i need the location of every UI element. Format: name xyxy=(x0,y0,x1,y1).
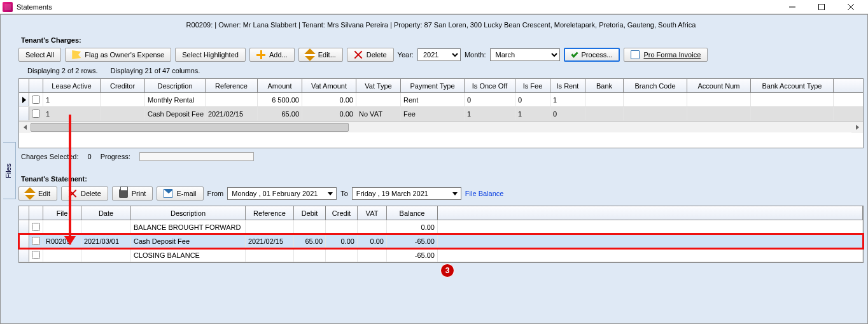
process-label: Process... xyxy=(582,51,613,59)
col-bank-account-type[interactable]: Bank Account Type xyxy=(751,79,834,92)
col-creditor[interactable]: Creditor xyxy=(101,79,145,92)
scroll-left-icon[interactable] xyxy=(19,122,31,133)
pencil-icon xyxy=(304,48,316,61)
statement-print-button[interactable]: Print xyxy=(112,187,153,201)
from-date-value: Monday , 01 February 2021 xyxy=(232,190,318,197)
delete-charge-label: Delete xyxy=(367,51,387,59)
col-lease-active[interactable]: Lease Active xyxy=(43,79,101,92)
col-amount[interactable]: Amount xyxy=(258,79,302,92)
scol-balance[interactable]: Balance xyxy=(387,206,438,220)
plus-icon xyxy=(256,50,265,59)
col-reference[interactable]: Reference xyxy=(206,79,258,92)
scol-debit[interactable]: Debit xyxy=(294,206,326,220)
progress-label: Progress: xyxy=(101,153,130,160)
select-highlighted-button[interactable]: Select Highlighted xyxy=(175,48,246,62)
col-row-select[interactable] xyxy=(29,79,43,92)
to-date-picker[interactable]: Friday , 19 March 2021 xyxy=(352,187,461,200)
pencil-icon xyxy=(24,187,36,200)
progress-bar xyxy=(139,152,254,161)
table-row[interactable]: BALANCE BROUGHT FORWARD0.00 xyxy=(19,220,863,234)
row-checkbox[interactable] xyxy=(32,237,40,245)
main-frame: Files R00209: | Owner: Mr Lana Slabbert … xyxy=(0,14,868,324)
delete-charge-button[interactable]: Delete xyxy=(347,48,394,62)
col-payment-type[interactable]: Payment Type xyxy=(401,79,465,92)
month-select[interactable]: March xyxy=(490,48,560,61)
statement-email-button[interactable]: E-mail xyxy=(157,187,203,201)
scol-file[interactable]: File xyxy=(43,206,81,220)
window-title: Statements xyxy=(17,3,52,11)
charges-status-row: Charges Selected: 0 Progress: xyxy=(18,148,864,165)
to-label: To xyxy=(340,190,348,197)
table-row[interactable]: 1Cash Deposit Fee2021/02/1565.000.00No V… xyxy=(19,107,863,121)
month-label: Month: xyxy=(465,51,486,59)
from-label: From xyxy=(207,190,224,197)
col-branch-code[interactable]: Branch Code xyxy=(624,79,687,92)
row-checkbox[interactable] xyxy=(32,223,40,231)
statement-email-label: E-mail xyxy=(176,190,196,197)
statement-grid-header: File Date Description Reference Debit Cr… xyxy=(19,206,863,220)
maximize-button[interactable] xyxy=(807,0,836,14)
scroll-thumb[interactable] xyxy=(31,123,349,132)
select-all-button[interactable]: Select All xyxy=(18,48,61,62)
table-row[interactable]: R002092021/03/01Cash Deposit Fee2021/02/… xyxy=(19,234,863,248)
proforma-label: Pro Forma Invoice xyxy=(643,51,701,59)
scroll-right-icon[interactable] xyxy=(851,122,863,133)
col-vat-type[interactable]: Vat Type xyxy=(356,79,401,92)
svg-rect-1 xyxy=(819,4,825,10)
table-row[interactable]: CLOSING BALANCE-65.00 xyxy=(19,248,863,262)
col-is-once-off[interactable]: Is Once Off xyxy=(465,79,515,92)
row-checkbox[interactable] xyxy=(32,95,40,104)
col-vat-amount[interactable]: Vat Amount xyxy=(302,79,356,92)
add-button[interactable]: Add... xyxy=(249,48,295,62)
close-button[interactable] xyxy=(836,0,865,14)
charges-scrollbar[interactable] xyxy=(19,121,863,132)
add-label: Add... xyxy=(269,51,288,59)
scol-description[interactable]: Description xyxy=(131,206,246,220)
row-checkbox[interactable] xyxy=(32,109,40,118)
charges-grid-header: Lease Active Creditor Description Refere… xyxy=(19,79,863,93)
flag-owner-button[interactable]: Flag as Owner's Expense xyxy=(65,48,171,62)
flag-owner-label: Flag as Owner's Expense xyxy=(85,51,164,59)
app-icon xyxy=(3,2,13,12)
statement-section-label: Tenant's Statement: xyxy=(21,175,864,183)
scol-reference[interactable]: Reference xyxy=(246,206,294,220)
from-date-picker[interactable]: Monday , 01 February 2021 xyxy=(227,187,337,200)
statement-edit-button[interactable]: Edit xyxy=(18,187,57,201)
print-icon xyxy=(119,189,128,198)
row-checkbox[interactable] xyxy=(32,251,40,259)
mail-icon xyxy=(164,189,172,198)
statement-print-label: Print xyxy=(132,190,146,197)
col-is-rent[interactable]: Is Rent xyxy=(550,79,585,92)
charges-selected-value: 0 xyxy=(88,153,92,160)
scol-vat[interactable]: VAT xyxy=(358,206,387,220)
statement-toolbar: Edit Delete Print E-mail From Monday , 0… xyxy=(18,187,864,201)
titlebar: Statements xyxy=(0,0,868,14)
col-description[interactable]: Description xyxy=(145,79,206,92)
edit-charge-button[interactable]: Edit... xyxy=(298,48,343,62)
statement-grid[interactable]: File Date Description Reference Debit Cr… xyxy=(18,206,864,263)
check-icon xyxy=(571,50,578,57)
charges-meta: Displaying 2 of 2 rows. Displaying 21 of… xyxy=(27,67,864,74)
file-balance-link[interactable]: File Balance xyxy=(465,190,504,197)
files-side-tab[interactable]: Files xyxy=(3,142,16,199)
statement-edit-label: Edit xyxy=(38,190,50,197)
minimize-button[interactable] xyxy=(778,0,807,14)
scol-credit[interactable]: Credit xyxy=(326,206,358,220)
year-select[interactable]: 2021 xyxy=(417,48,461,61)
col-account-num[interactable]: Account Num xyxy=(687,79,751,92)
proforma-button[interactable]: Pro Forma Invoice xyxy=(624,48,708,62)
to-date-value: Friday , 19 March 2021 xyxy=(356,190,428,197)
scol-date[interactable]: Date xyxy=(81,206,131,220)
charges-grid-body: 1Monthly Rental6 500.000.00Rent0011Cash … xyxy=(19,93,863,121)
col-is-fee[interactable]: Is Fee xyxy=(515,79,550,92)
charges-grid[interactable]: Lease Active Creditor Description Refere… xyxy=(18,78,864,148)
process-button[interactable]: Process... xyxy=(564,48,620,62)
col-bank[interactable]: Bank xyxy=(585,79,624,92)
table-row[interactable]: 1Monthly Rental6 500.000.00Rent001 xyxy=(19,93,863,107)
select-all-label: Select All xyxy=(25,51,54,59)
record-header: R00209: | Owner: Mr Lana Slabbert | Tena… xyxy=(18,17,864,35)
flag-icon xyxy=(72,50,81,59)
meta-rows: Displaying 2 of 2 rows. xyxy=(27,67,98,74)
charges-toolbar: Select All Flag as Owner's Expense Selec… xyxy=(18,48,864,62)
select-highlighted-label: Select Highlighted xyxy=(182,51,239,59)
